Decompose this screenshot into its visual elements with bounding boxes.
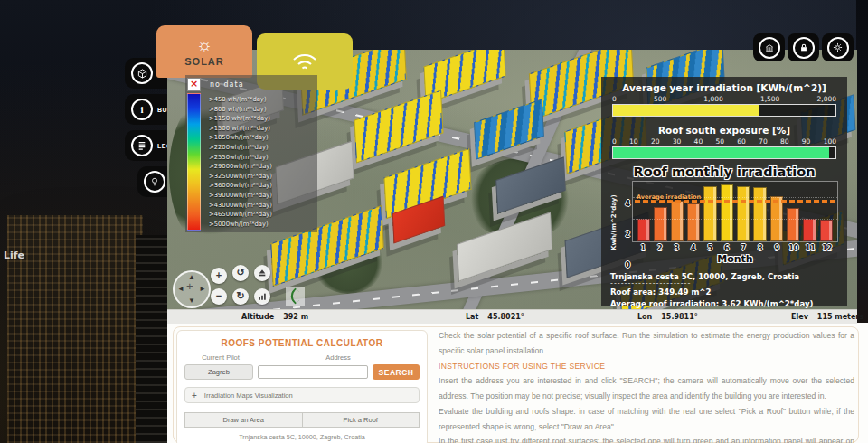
pan-down-icon[interactable]: ▼ — [188, 297, 195, 305]
month-tick: 11 — [804, 244, 817, 252]
gear-icon — [827, 37, 849, 59]
bank-icon — [759, 37, 780, 59]
legend-items: >450 wh/(m²*day)>800 wh/(m²*day)>1150 wh… — [209, 95, 316, 229]
tick-label: 2,000 — [817, 95, 836, 103]
average-irradiation-label: Average irradiation — [637, 193, 701, 201]
chart-bar — [687, 203, 700, 241]
background-sign-text: Life — [4, 250, 24, 261]
tick-label: 10 — [629, 137, 638, 146]
app-window: Life 3D ON i BUILDING LEGEND — [0, 0, 868, 443]
info-icon: i — [131, 99, 153, 120]
exposure-gauge — [612, 146, 836, 159]
lat-value: 45.8021° — [487, 313, 524, 321]
month-tick: 4 — [687, 244, 701, 252]
monthly-chart-yticks: 420 — [621, 181, 632, 265]
chart-bar — [803, 219, 816, 241]
altitude-value: 392 m — [283, 313, 308, 321]
tick-label: 500 — [654, 95, 666, 103]
rotate-left-button[interactable]: ↺ — [232, 265, 249, 281]
monthly-chart-ylabel: Kwh/(m^2*day) — [610, 181, 621, 265]
search-button[interactable]: SEARCH — [373, 364, 420, 380]
irradiation-maps-accordion[interactable]: + Irradiation Maps Visualization — [184, 387, 420, 403]
legend-item: >450 wh/(m²*day) — [209, 95, 316, 105]
current-pilot-label: Current Pilot — [184, 353, 257, 362]
chart-bar — [820, 220, 833, 241]
button-buildings-layer[interactable] — [753, 33, 785, 61]
rotate-right-button[interactable]: ↻ — [232, 288, 249, 305]
chart-bar — [721, 184, 733, 241]
button-lock[interactable] — [788, 33, 819, 61]
chart-bar — [787, 208, 799, 241]
monthly-chart-plot: Average irradiation — [632, 181, 838, 242]
address-input[interactable] — [258, 365, 368, 379]
irradiation-gauge-fill — [613, 105, 760, 116]
cube-icon — [131, 62, 153, 84]
pan-center-icon: + — [186, 283, 193, 290]
leaf-icon — [287, 287, 303, 304]
legend-item: >1500 wh/(m²*day) — [209, 124, 316, 134]
roof-info-panel: Average year irradiation [KWh/(m^2)] 050… — [601, 77, 847, 306]
month-tick: 10 — [788, 244, 801, 252]
tick-label: 1,500 — [760, 95, 779, 103]
pan-right-icon[interactable]: ► — [199, 286, 206, 293]
pan-control[interactable]: ▲ ▼ ◄ ► + — [173, 270, 211, 308]
lat-label: Lat — [466, 313, 478, 321]
tick-label: 1,000 — [703, 95, 722, 103]
irradiation-legend: × no data >450 wh/(m²*day)>800 wh/(m²*da… — [185, 75, 317, 232]
chart-bar — [703, 186, 716, 241]
roof[interactable] — [354, 90, 444, 164]
bulb-icon — [144, 171, 165, 193]
pick-roof-button[interactable]: Pick a Roof — [303, 412, 420, 428]
monthly-chart-xlabel: Month — [632, 253, 838, 265]
tick-label: 100 — [824, 137, 836, 146]
tab-solar[interactable]: ☼ SOLAR — [156, 25, 252, 78]
tick-label: 40 — [694, 137, 703, 146]
instructions-intro: Check the solar potential of a specific … — [439, 328, 854, 359]
instructions-text: Check the solar potential of a specific … — [439, 328, 854, 443]
no-data-icon[interactable]: × — [187, 78, 201, 91]
elev-label: Elev — [791, 313, 808, 321]
elevation-button[interactable] — [254, 288, 270, 305]
irradiation-gauge-title: Average year irradiation [KWh/(m^2)] — [610, 82, 838, 93]
pan-left-icon[interactable]: ◄ — [177, 286, 184, 293]
background-skyscraper — [7, 215, 143, 443]
zoom-out-button[interactable]: − — [211, 288, 227, 305]
chart-bar — [737, 186, 750, 241]
month-tick: 5 — [703, 244, 717, 252]
legend-item: >43000wh/(m²*day) — [209, 201, 316, 211]
tick-label: 80 — [780, 137, 789, 146]
legend-item: >2200wh/(m²*day) — [209, 143, 316, 153]
tick-label: 30 — [673, 137, 682, 146]
legend-item: >32500wh/(m²*day) — [209, 172, 316, 182]
month-tick: 9 — [770, 244, 784, 252]
tilt-button[interactable] — [254, 265, 270, 281]
instructions-paragraph: Insert the address you are interested in… — [439, 373, 854, 404]
exposure-gauge-ticks: 0102030405060708090100 — [612, 137, 836, 146]
zoom-in-button[interactable]: + — [211, 268, 227, 284]
lock-icon — [793, 37, 815, 59]
tick-label: 50 — [715, 137, 724, 146]
tick-label: 90 — [802, 137, 811, 146]
legend-item: >46500wh/(m²*day) — [209, 210, 316, 220]
chart-bar — [654, 207, 666, 241]
draw-area-button[interactable]: Draw an Area — [184, 412, 303, 428]
tick-label: 60 — [737, 137, 746, 146]
exposure-gauge-title: Roof south exposure [%] — [610, 125, 838, 136]
exposure-gauge-fill — [613, 147, 829, 158]
altitude-label: Altitude — [241, 313, 274, 321]
current-pilot-value[interactable]: Zagreb — [184, 364, 253, 380]
monthly-chart: Kwh/(m^2*day) 420 Average irradiation 12… — [610, 181, 838, 265]
irradiation-gauge — [612, 104, 836, 117]
chart-bar — [671, 201, 684, 241]
map-watermark — [286, 287, 305, 306]
button-settings[interactable] — [822, 33, 854, 61]
month-tick: 1 — [637, 244, 650, 252]
accordion-label: Irradiation Maps Visualization — [204, 391, 293, 400]
legend-item: >2550wh/(m²*day) — [209, 153, 316, 163]
tick-label: 20 — [651, 137, 660, 146]
instructions-heading: INSTRUCTIONS FOR USING THE SERVICE — [439, 359, 854, 374]
legend-item: >39000wh/(m²*day) — [209, 191, 316, 201]
legend-item: >1150 wh/(m²*day) — [209, 114, 316, 124]
monthly-chart-xticks: 123456789101112 — [632, 244, 838, 252]
tick-label: 0 — [612, 137, 617, 146]
